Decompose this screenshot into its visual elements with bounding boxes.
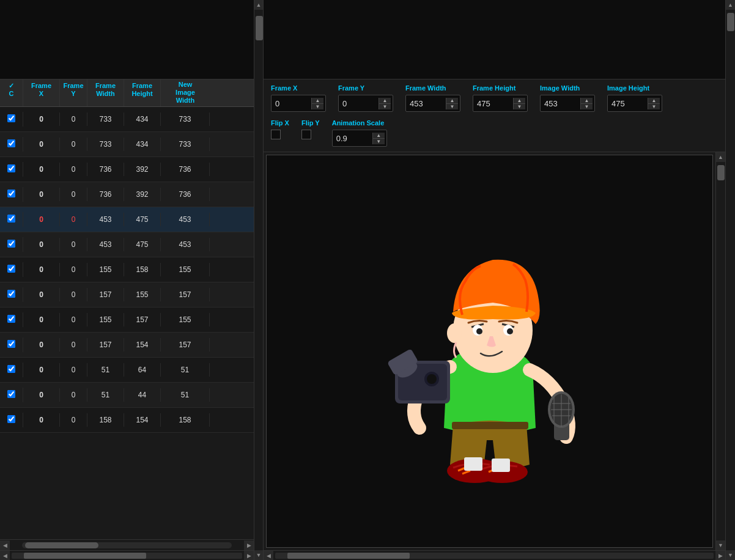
flip-y-checkbox-item[interactable] — [301, 130, 320, 139]
table-row[interactable]: 0 0 51 44 51 — [0, 383, 254, 408]
table-row[interactable]: 0 0 733 434 733 — [0, 132, 254, 157]
frame-y-input[interactable] — [339, 98, 379, 109]
frame-width-spinner[interactable]: ▲ ▼ — [405, 95, 460, 112]
frame-x-up-btn[interactable]: ▲ — [312, 98, 323, 104]
table-row[interactable]: 0 0 157 155 157 — [0, 282, 254, 308]
h-scroll-track[interactable] — [22, 542, 232, 548]
td-checkbox[interactable] — [0, 112, 23, 127]
preview-v-scrollbar[interactable]: ▲ ▼ — [715, 152, 725, 550]
bottom-right-arrow[interactable]: ▶ — [244, 551, 254, 561]
table-row[interactable]: 0 0 733 434 733 — [0, 107, 254, 132]
frame-width-up-btn[interactable]: ▲ — [446, 98, 458, 104]
far-right-track[interactable] — [726, 10, 735, 550]
frame-x-down-btn[interactable]: ▼ — [312, 104, 323, 109]
td-checkbox[interactable] — [0, 162, 23, 177]
preview-scroll-down-btn[interactable]: ▼ — [716, 540, 725, 550]
right-bottom-right-arrow[interactable]: ▶ — [715, 551, 725, 561]
frame-x-spinner[interactable]: ▲ ▼ — [271, 95, 326, 112]
right-bottom-track[interactable] — [275, 553, 714, 559]
td-frame-x: 0 — [23, 138, 60, 151]
image-width-input[interactable] — [541, 98, 580, 109]
v-scroll-thumb[interactable] — [256, 16, 263, 40]
td-frame-y: 0 — [60, 363, 87, 377]
image-width-spinner-btns: ▲ ▼ — [580, 98, 593, 109]
bottom-left-arrow[interactable]: ◀ — [0, 551, 10, 561]
far-right-down-btn[interactable]: ▼ — [726, 550, 735, 560]
frame-height-spinner[interactable]: ▲ ▼ — [473, 95, 528, 112]
flip-x-checkbox[interactable] — [271, 130, 281, 139]
td-checkbox[interactable] — [0, 237, 23, 252]
frame-height-down-btn[interactable]: ▼ — [514, 104, 525, 109]
flip-x-checkbox-item[interactable] — [271, 130, 289, 139]
table-row[interactable]: 0 0 453 475 453 — [0, 232, 254, 257]
anim-scale-input[interactable] — [333, 133, 372, 144]
preview-scroll-track[interactable] — [716, 162, 725, 540]
flip-y-checkbox[interactable] — [301, 130, 311, 139]
h-scroll-right-arrow[interactable]: ▶ — [244, 540, 254, 550]
td-checkbox[interactable] — [0, 413, 23, 427]
frame-y-down-btn[interactable]: ▼ — [379, 104, 391, 109]
frame-y-up-btn[interactable]: ▲ — [379, 98, 391, 104]
anim-scale-down-btn[interactable]: ▼ — [373, 139, 385, 144]
table-row[interactable]: 0 0 51 64 51 — [0, 358, 254, 383]
anim-scale-up-btn[interactable]: ▲ — [373, 133, 385, 139]
frame-height-input[interactable] — [473, 98, 513, 109]
frame-height-up-btn[interactable]: ▲ — [514, 98, 525, 104]
td-new-image-width: 155 — [161, 313, 210, 326]
svg-point-12 — [427, 374, 437, 384]
right-bottom-scrollbar[interactable]: ◀ ▶ — [264, 550, 725, 560]
table-row[interactable]: 0 0 736 392 736 — [0, 157, 254, 182]
anim-scale-spinner[interactable]: ▲ ▼ — [332, 130, 387, 147]
frame-y-spinner[interactable]: ▲ ▼ — [338, 95, 393, 112]
th-new-image-width: NewImageWidth — [161, 79, 210, 106]
frame-x-input[interactable] — [271, 98, 311, 109]
frame-width-spinner-btns: ▲ ▼ — [446, 98, 458, 109]
far-right-thumb[interactable] — [727, 13, 734, 31]
td-checkbox[interactable] — [0, 137, 23, 152]
th-frame-width: FrameWidth — [87, 79, 124, 106]
svg-point-4 — [476, 328, 482, 334]
td-checkbox[interactable] — [0, 262, 23, 277]
v-scroll-track[interactable] — [254, 10, 263, 550]
table-h-scrollbar[interactable]: ◀ ▶ — [0, 539, 254, 550]
td-checkbox[interactable] — [0, 337, 23, 352]
right-bottom-left-arrow[interactable]: ◀ — [264, 551, 273, 561]
td-checkbox[interactable] — [0, 287, 23, 302]
table-row[interactable]: 0 0 736 392 736 — [0, 182, 254, 207]
far-right-up-btn[interactable]: ▲ — [726, 0, 735, 10]
far-right-scrollbar[interactable]: ▲ ▼ — [725, 0, 735, 560]
v-scroll-down-btn[interactable]: ▼ — [254, 550, 263, 560]
h-scroll-thumb[interactable] — [25, 542, 98, 548]
image-width-up-btn[interactable]: ▲ — [581, 98, 593, 104]
image-width-spinner[interactable]: ▲ ▼ — [540, 95, 595, 112]
frame-width-down-btn[interactable]: ▼ — [446, 104, 458, 109]
left-v-scrollbar[interactable]: ▲ ▼ — [254, 0, 264, 560]
td-checkbox[interactable] — [0, 212, 23, 227]
td-checkbox[interactable] — [0, 312, 23, 327]
table-row[interactable]: 0 0 158 154 158 — [0, 408, 254, 433]
table-row[interactable]: 0 0 453 475 453 — [0, 207, 254, 232]
preview-scroll-up-btn[interactable]: ▲ — [716, 152, 725, 162]
right-bottom-thumb[interactable] — [287, 553, 410, 559]
td-checkbox[interactable] — [0, 187, 23, 202]
table-row[interactable]: 0 0 155 157 155 — [0, 308, 254, 333]
table-body[interactable]: 0 0 733 434 733 0 0 733 434 733 0 0 736 … — [0, 107, 254, 539]
h-scroll-left-arrow[interactable]: ◀ — [0, 540, 10, 550]
bottom-scrollbar[interactable]: ◀ ▶ — [0, 550, 254, 560]
bottom-scroll-track[interactable] — [12, 553, 242, 559]
frame-height-group: Frame Height ▲ ▼ — [473, 84, 528, 112]
image-width-down-btn[interactable]: ▼ — [581, 104, 593, 109]
td-checkbox[interactable] — [0, 388, 23, 402]
frame-width-input[interactable] — [406, 98, 446, 109]
table-row[interactable]: 0 0 155 158 155 — [0, 257, 254, 282]
image-height-up-btn[interactable]: ▲ — [648, 98, 660, 104]
image-height-input[interactable] — [608, 98, 648, 109]
td-checkbox[interactable] — [0, 363, 23, 377]
bottom-scroll-thumb[interactable] — [24, 553, 146, 559]
image-height-down-btn[interactable]: ▼ — [648, 104, 660, 109]
controls-area: Frame X ▲ ▼ Frame Y ▲ — [264, 79, 725, 152]
table-row[interactable]: 0 0 157 154 157 — [0, 333, 254, 358]
preview-scroll-thumb[interactable] — [717, 165, 725, 180]
image-height-spinner[interactable]: ▲ ▼ — [607, 95, 662, 112]
v-scroll-up-btn[interactable]: ▲ — [254, 0, 263, 10]
